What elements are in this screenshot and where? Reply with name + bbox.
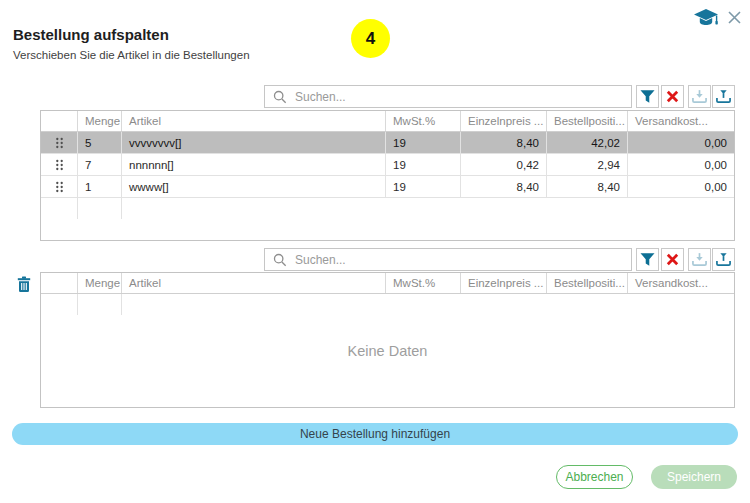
header-versandkosten[interactable]: Versandkost... [628, 111, 734, 131]
table-row[interactable]: 7 nnnnnn[] 19 0,42 2,94 0,00 [41, 154, 734, 176]
search-icon [273, 253, 287, 267]
search-icon [273, 90, 287, 104]
empty-state-text: Keine Daten [41, 294, 734, 407]
tray-arrow-up-icon [715, 252, 732, 267]
header-drag-column [41, 273, 78, 293]
header-mwst[interactable]: MwSt.% [386, 273, 461, 293]
source-export-button[interactable] [712, 85, 735, 108]
target-table-body: Keine Daten [41, 294, 734, 407]
source-search-input[interactable] [293, 89, 631, 105]
cell-einzelpreis: 8,40 [461, 132, 547, 153]
drag-handle[interactable] [41, 154, 78, 175]
red-x-icon [665, 89, 680, 104]
drag-handle[interactable] [41, 132, 78, 153]
header-menge[interactable]: Menge [78, 273, 122, 293]
header-menge[interactable]: Menge [78, 111, 122, 131]
table-row[interactable]: 5 vvvvvvvv[] 19 8,40 42,02 0,00 [41, 132, 734, 154]
delete-order-button[interactable] [17, 276, 31, 293]
source-import-button[interactable] [688, 85, 711, 108]
grip-dots-icon [55, 137, 64, 149]
cell-mwst: 19 [386, 132, 461, 153]
cell-menge: 1 [78, 176, 122, 197]
add-order-button[interactable]: Neue Bestellung hinzufügen [12, 423, 738, 445]
header-artikel[interactable]: Artikel [122, 273, 386, 293]
step-badge: 4 [351, 19, 390, 58]
cancel-button[interactable]: Abbrechen [556, 465, 633, 489]
header-bestellposition[interactable]: Bestellpositi... [547, 273, 628, 293]
header-drag-column [41, 111, 78, 131]
source-search-box [264, 85, 632, 108]
save-button[interactable]: Speichern [651, 465, 737, 489]
page-title: Bestellung aufspalten [13, 26, 169, 43]
source-clear-filter-button[interactable] [661, 85, 684, 108]
target-import-button[interactable] [688, 248, 711, 271]
cell-mwst: 19 [386, 176, 461, 197]
tray-arrow-up-icon [715, 89, 732, 104]
help-button[interactable] [693, 8, 720, 29]
cell-einzelpreis: 8,40 [461, 176, 547, 197]
source-filter-button[interactable] [636, 85, 659, 108]
cell-bestellposition: 42,02 [547, 132, 628, 153]
cell-menge: 5 [78, 132, 122, 153]
tray-arrow-down-icon [691, 252, 708, 267]
funnel-icon [639, 252, 656, 267]
target-export-button[interactable] [712, 248, 735, 271]
header-mwst[interactable]: MwSt.% [386, 111, 461, 131]
target-search-input[interactable] [293, 252, 631, 268]
empty-row-stub [41, 198, 734, 219]
grip-dots-icon [55, 181, 64, 193]
trash-icon [17, 281, 31, 296]
cell-artikel: nnnnnn[] [122, 154, 386, 175]
cell-versandkosten: 0,00 [628, 176, 734, 197]
cell-artikel: wwww[] [122, 176, 386, 197]
header-einzelpreis[interactable]: Einzelnpreis ... [461, 111, 547, 131]
target-order-table: Menge Artikel MwSt.% Einzelnpreis ... Be… [40, 272, 735, 408]
red-x-icon [665, 252, 680, 267]
drag-handle[interactable] [41, 176, 78, 197]
table-header-row: Menge Artikel MwSt.% Einzelnpreis ... Be… [41, 273, 734, 294]
table-row[interactable]: 1 wwww[] 19 8,40 8,40 0,00 [41, 176, 734, 198]
close-button[interactable] [727, 10, 742, 25]
close-icon [727, 13, 742, 28]
graduation-cap-icon [693, 17, 720, 32]
page-subtitle: Verschieben Sie die Artikel in die Beste… [13, 49, 250, 61]
header-einzelpreis[interactable]: Einzelnpreis ... [461, 273, 547, 293]
funnel-icon [639, 89, 656, 104]
cell-bestellposition: 8,40 [547, 176, 628, 197]
cell-artikel: vvvvvvvv[] [122, 132, 386, 153]
header-bestellposition[interactable]: Bestellpositi... [547, 111, 628, 131]
cell-versandkosten: 0,00 [628, 132, 734, 153]
target-filter-button[interactable] [636, 248, 659, 271]
cell-versandkosten: 0,00 [628, 154, 734, 175]
grip-dots-icon [55, 159, 64, 171]
cell-mwst: 19 [386, 154, 461, 175]
table-header-row: Menge Artikel MwSt.% Einzelnpreis ... Be… [41, 111, 734, 132]
target-clear-filter-button[interactable] [661, 248, 684, 271]
tray-arrow-down-icon [691, 89, 708, 104]
target-search-box [264, 248, 632, 271]
header-artikel[interactable]: Artikel [122, 111, 386, 131]
header-versandkosten[interactable]: Versandkost... [628, 273, 734, 293]
cell-bestellposition: 2,94 [547, 154, 628, 175]
cell-menge: 7 [78, 154, 122, 175]
source-order-table: Menge Artikel MwSt.% Einzelnpreis ... Be… [40, 110, 735, 241]
cell-einzelpreis: 0,42 [461, 154, 547, 175]
